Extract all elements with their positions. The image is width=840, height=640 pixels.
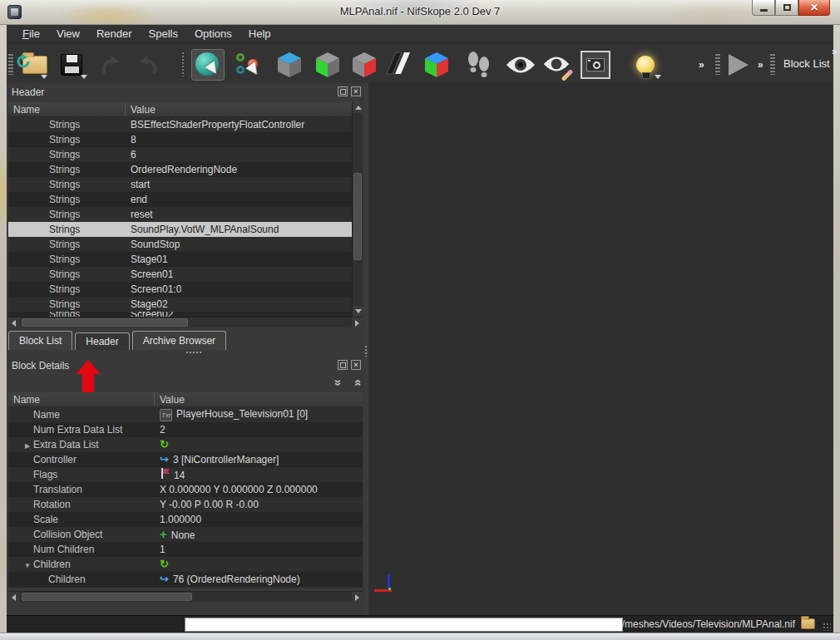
- expander-expanded-icon[interactable]: ▼: [22, 562, 33, 569]
- table-row[interactable]: RotationY -0.00 P 0.00 R -0.00: [8, 497, 363, 512]
- header-close-icon[interactable]: ×: [351, 86, 361, 96]
- table-row[interactable]: Num Children1: [8, 542, 363, 557]
- row-value: Y -0.00 P 0.00 R -0.00: [160, 499, 259, 510]
- folder-icon[interactable]: [801, 618, 815, 629]
- double-sided-button[interactable]: [383, 49, 416, 81]
- column-header-name[interactable]: Name: [8, 392, 155, 406]
- horizontal-scroll-thumb[interactable]: [22, 593, 192, 601]
- table-row[interactable]: StringsStage02: [8, 297, 352, 312]
- table-row[interactable]: StringsSoundStop: [8, 237, 352, 252]
- maximize-button[interactable]: [775, 0, 798, 16]
- table-row[interactable]: ▼Children↻: [8, 557, 363, 572]
- table-row[interactable]: ▶Extra Data List↻: [8, 437, 363, 452]
- dock-splitter-handle[interactable]: [7, 350, 364, 357]
- menu-item-options[interactable]: Options: [187, 26, 240, 42]
- load-button[interactable]: [15, 49, 48, 81]
- horizontal-scroll-thumb[interactable]: [22, 318, 188, 327]
- header-horizontal-scrollbar[interactable]: [8, 317, 363, 327]
- table-row[interactable]: Scale1.000000: [8, 512, 363, 527]
- table-row[interactable]: StringsBSEffectShaderPropertyFloatContro…: [8, 117, 352, 132]
- edit-visibility-button[interactable]: [541, 49, 575, 81]
- header-vertical-scrollbar[interactable]: [352, 102, 363, 317]
- tab-header[interactable]: Header: [75, 332, 129, 350]
- table-row[interactable]: StringsOrderedRenderingNode: [8, 162, 352, 177]
- lighting-button[interactable]: [629, 49, 662, 81]
- scroll-right-arrow[interactable]: [352, 592, 363, 603]
- table-row[interactable]: Flags14: [8, 467, 363, 482]
- cube-red-side-button[interactable]: [348, 49, 381, 81]
- menu-item-help[interactable]: Help: [241, 26, 279, 42]
- redo-button[interactable]: [131, 49, 165, 81]
- chevron-down-icon[interactable]: »: [332, 379, 346, 386]
- details-table-head[interactable]: Name Value: [8, 392, 363, 407]
- load-dropdown-caret[interactable]: [41, 75, 47, 79]
- column-header-value[interactable]: Value: [155, 392, 190, 406]
- table-row[interactable]: Stringsreset: [8, 207, 352, 222]
- table-row[interactable]: NameTxtPlayerHouse_Television01 [0]: [8, 407, 363, 422]
- show-hidden-button[interactable]: [504, 49, 537, 81]
- table-row[interactable]: Collision Object+None: [8, 527, 363, 542]
- table-row[interactable]: StringsScreen01:0: [8, 282, 352, 297]
- menu-item-file[interactable]: File: [15, 26, 47, 42]
- status-input[interactable]: [185, 618, 623, 632]
- table-row[interactable]: StringsStage01: [8, 252, 352, 267]
- undo-button[interactable]: [94, 49, 127, 81]
- block-details-close-icon[interactable]: ×: [351, 360, 361, 370]
- column-header-value[interactable]: Value: [126, 102, 161, 116]
- close-button[interactable]: ✕: [798, 0, 830, 16]
- rgb-cube-button[interactable]: [420, 49, 453, 81]
- details-horizontal-scrollbar[interactable]: [8, 591, 363, 602]
- save-button[interactable]: [55, 49, 88, 81]
- table-row[interactable]: TranslationX 0.000000 Y 0.000000 Z 0.000…: [8, 482, 363, 497]
- table-row[interactable]: StringsSoundPlay.VotW_MLPAnalSound: [8, 222, 352, 237]
- tab-block-list[interactable]: Block List: [8, 331, 72, 350]
- resize-grip[interactable]: [823, 623, 831, 631]
- table-row[interactable]: Strings8: [8, 132, 352, 147]
- top-overflow-chevron[interactable]: »: [832, 46, 837, 57]
- table-row[interactable]: Num Extra Data List2: [8, 422, 363, 437]
- scroll-up-arrow[interactable]: [353, 102, 363, 113]
- save-dropdown-caret[interactable]: [81, 75, 87, 79]
- column-header-name[interactable]: Name: [8, 102, 126, 116]
- txt-icon: Txt: [160, 409, 172, 421]
- table-row[interactable]: Children↪76 (OrderedRenderingNode): [8, 572, 363, 587]
- title-bar[interactable]: MLPAnal.nif - NifSkope 2.0 Dev 7 ✕: [0, 0, 840, 25]
- animation-toolbar-grip[interactable]: [715, 53, 720, 75]
- vertical-scroll-thumb[interactable]: [353, 173, 362, 260]
- table-row[interactable]: Stringsstart: [8, 177, 352, 192]
- table-row[interactable]: Strings6: [8, 147, 352, 162]
- walk-animation-button[interactable]: [462, 49, 495, 81]
- table-row[interactable]: StringsScreen01: [8, 267, 352, 282]
- play-button[interactable]: [724, 49, 754, 81]
- table-row[interactable]: Stringsend: [8, 192, 352, 207]
- toolbar-grip[interactable]: [8, 53, 13, 75]
- header-table-head[interactable]: Name Value: [8, 102, 363, 117]
- scroll-right-arrow[interactable]: [352, 318, 363, 328]
- block-details-titlebar[interactable]: Block Details ×: [7, 357, 364, 374]
- lighting-dropdown-caret[interactable]: [655, 75, 661, 79]
- blocklist-toolbar-grip[interactable]: [770, 53, 775, 75]
- scroll-left-arrow[interactable]: [8, 318, 19, 328]
- select-object-button[interactable]: [191, 49, 225, 81]
- screenshot-button[interactable]: [579, 49, 612, 81]
- render-viewport[interactable]: [368, 83, 833, 615]
- table-row[interactable]: Controller↪3 [NiControllerManager]: [8, 452, 363, 467]
- menu-item-view[interactable]: View: [49, 26, 87, 42]
- minimize-button[interactable]: [752, 0, 775, 16]
- toolbar-overflow-chevron[interactable]: »: [699, 59, 704, 71]
- scroll-left-arrow[interactable]: [8, 592, 19, 603]
- row-value: start: [131, 179, 150, 190]
- header-panel-titlebar[interactable]: Header ×: [7, 83, 364, 101]
- expander-collapsed-icon[interactable]: ▶: [22, 442, 33, 450]
- cube-blue-top-button[interactable]: [273, 49, 306, 81]
- scroll-down-arrow[interactable]: [353, 306, 363, 317]
- tab-archive-browser[interactable]: Archive Browser: [132, 331, 226, 350]
- block-details-float-icon[interactable]: [338, 360, 348, 370]
- select-vertex-button[interactable]: [231, 49, 264, 81]
- menu-item-spells[interactable]: Spells: [141, 26, 185, 42]
- header-float-icon[interactable]: [338, 86, 348, 96]
- animation-overflow-chevron[interactable]: »: [758, 59, 763, 71]
- chevron-up-icon[interactable]: »: [348, 379, 363, 386]
- menu-item-render[interactable]: Render: [89, 26, 140, 42]
- cube-green-front-button[interactable]: [311, 49, 344, 81]
